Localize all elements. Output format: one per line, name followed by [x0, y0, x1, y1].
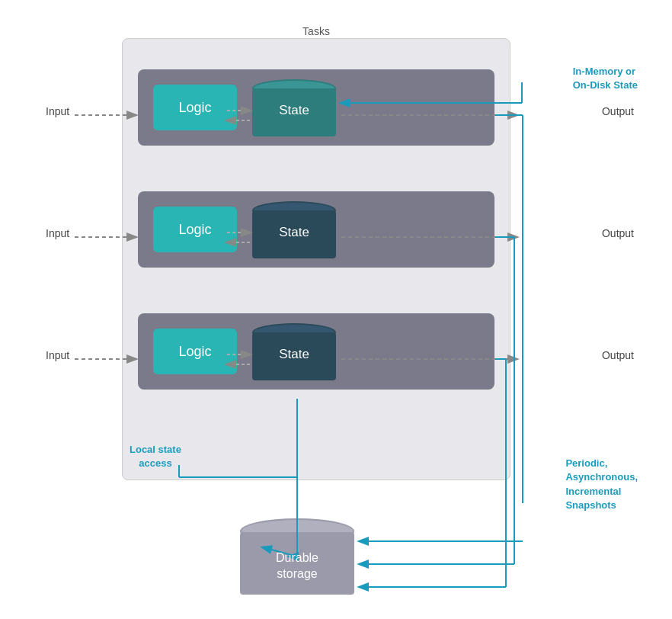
tasks-label: Tasks — [302, 25, 330, 37]
input-label-2: Input — [46, 227, 69, 239]
input-label-3: Input — [46, 349, 69, 361]
durable-storage: Durablestorage — [240, 518, 354, 595]
output-label-2: Output — [602, 227, 634, 239]
logic-box-2: Logic — [153, 207, 237, 252]
state-cylinder-2: State — [252, 201, 336, 258]
output-label-1: Output — [602, 105, 634, 117]
state-cylinder-1: State — [252, 79, 336, 136]
diagram-container: Tasks Logic State Logic State — [23, 15, 649, 604]
local-annotation: Local stateaccess — [130, 443, 181, 470]
state-cylinder-3: State — [252, 323, 336, 380]
durable-label: Durablestorage — [276, 550, 318, 582]
task-row-2: Logic State — [138, 191, 494, 268]
periodic-annotation: Periodic,Asynchronous,IncrementalSnapsho… — [565, 457, 638, 512]
state-label-2: State — [279, 225, 309, 240]
inmemory-annotation: In-Memory orOn-Disk State — [573, 65, 638, 92]
state-label-3: State — [279, 347, 309, 362]
task-row-1: Logic State — [138, 69, 494, 146]
state-label-1: State — [279, 103, 309, 118]
input-label-1: Input — [46, 105, 69, 117]
logic-box-3: Logic — [153, 329, 237, 374]
tasks-box: Tasks Logic State Logic State — [122, 38, 510, 480]
output-label-3: Output — [602, 349, 634, 361]
logic-box-1: Logic — [153, 85, 237, 130]
task-row-3: Logic State — [138, 313, 494, 390]
